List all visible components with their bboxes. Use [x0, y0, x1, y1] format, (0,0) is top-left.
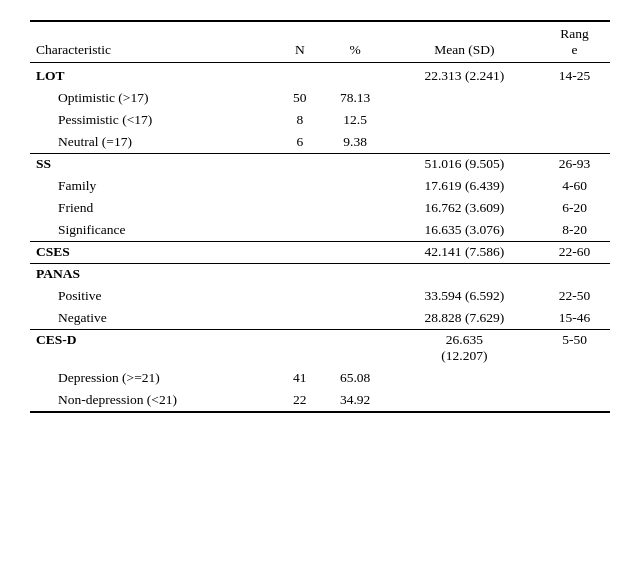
cell-range — [539, 389, 610, 412]
cell-n: 8 — [279, 109, 321, 131]
table-row: Friend16.762 (3.609)6-20 — [30, 197, 610, 219]
cell-mean-sd: 17.619 (6.439) — [390, 175, 540, 197]
col-header-percent: % — [321, 21, 390, 63]
cell-n: 41 — [279, 367, 321, 389]
cell-percent: 12.5 — [321, 109, 390, 131]
table-row: Negative28.828 (7.629)15-46 — [30, 307, 610, 330]
table-row: Neutral (=17)69.38 — [30, 131, 610, 154]
cell-mean-sd — [390, 264, 540, 286]
cell-range: 22-60 — [539, 242, 610, 264]
table-container: Characteristic N % Mean (SD) Range LOT22… — [30, 20, 610, 413]
cell-label: Non-depression (<21) — [30, 389, 279, 412]
cell-percent: 9.38 — [321, 131, 390, 154]
statistics-table: Characteristic N % Mean (SD) Range LOT22… — [30, 20, 610, 413]
table-row: Family17.619 (6.439)4-60 — [30, 175, 610, 197]
cell-range: 15-46 — [539, 307, 610, 330]
table-row: Significance16.635 (3.076)8-20 — [30, 219, 610, 242]
cell-range — [539, 131, 610, 154]
cell-mean-sd — [390, 131, 540, 154]
cell-mean-sd: 28.828 (7.629) — [390, 307, 540, 330]
cell-mean-sd — [390, 389, 540, 412]
cell-label: CES-D — [30, 330, 279, 368]
cell-percent — [321, 197, 390, 219]
cell-range: 4-60 — [539, 175, 610, 197]
cell-percent — [321, 307, 390, 330]
cell-n — [279, 175, 321, 197]
table-row: PANAS — [30, 264, 610, 286]
cell-label: Pessimistic (<17) — [30, 109, 279, 131]
cell-label: SS — [30, 154, 279, 176]
table-row: Non-depression (<21)2234.92 — [30, 389, 610, 412]
cell-n — [279, 154, 321, 176]
cell-mean-sd — [390, 87, 540, 109]
cell-range — [539, 367, 610, 389]
cell-percent — [321, 63, 390, 88]
cell-mean-sd: 26.635(12.207) — [390, 330, 540, 368]
col-header-n: N — [279, 21, 321, 63]
col-header-mean-sd: Mean (SD) — [390, 21, 540, 63]
cell-range: 8-20 — [539, 219, 610, 242]
cell-range: 5-50 — [539, 330, 610, 368]
cell-percent — [321, 264, 390, 286]
cell-n — [279, 307, 321, 330]
cell-label: Family — [30, 175, 279, 197]
cell-n — [279, 285, 321, 307]
col-header-range: Range — [539, 21, 610, 63]
table-row: Positive33.594 (6.592)22-50 — [30, 285, 610, 307]
cell-mean-sd — [390, 109, 540, 131]
table-row: Depression (>=21)4165.08 — [30, 367, 610, 389]
cell-range: 14-25 — [539, 63, 610, 88]
table-header-row: Characteristic N % Mean (SD) Range — [30, 21, 610, 63]
col-header-characteristic: Characteristic — [30, 21, 279, 63]
cell-range — [539, 264, 610, 286]
cell-n: 6 — [279, 131, 321, 154]
cell-n — [279, 330, 321, 368]
cell-percent — [321, 242, 390, 264]
cell-n — [279, 264, 321, 286]
cell-label: Significance — [30, 219, 279, 242]
cell-label: Negative — [30, 307, 279, 330]
cell-range: 22-50 — [539, 285, 610, 307]
cell-label: Neutral (=17) — [30, 131, 279, 154]
cell-n — [279, 63, 321, 88]
cell-percent — [321, 154, 390, 176]
cell-mean-sd: 16.635 (3.076) — [390, 219, 540, 242]
table-row: CSES42.141 (7.586)22-60 — [30, 242, 610, 264]
cell-mean-sd: 51.016 (9.505) — [390, 154, 540, 176]
cell-n — [279, 219, 321, 242]
cell-label: LOT — [30, 63, 279, 88]
cell-n — [279, 197, 321, 219]
cell-percent: 34.92 — [321, 389, 390, 412]
table-row: LOT22.313 (2.241)14-25 — [30, 63, 610, 88]
cell-n: 50 — [279, 87, 321, 109]
cell-range: 26-93 — [539, 154, 610, 176]
cell-n: 22 — [279, 389, 321, 412]
table-row: CES-D26.635(12.207)5-50 — [30, 330, 610, 368]
cell-mean-sd: 33.594 (6.592) — [390, 285, 540, 307]
cell-label: Optimistic (>17) — [30, 87, 279, 109]
cell-label: Depression (>=21) — [30, 367, 279, 389]
cell-percent: 65.08 — [321, 367, 390, 389]
cell-percent: 78.13 — [321, 87, 390, 109]
cell-label: Positive — [30, 285, 279, 307]
table-row: Optimistic (>17)5078.13 — [30, 87, 610, 109]
cell-mean-sd: 42.141 (7.586) — [390, 242, 540, 264]
cell-mean-sd: 16.762 (3.609) — [390, 197, 540, 219]
cell-percent — [321, 219, 390, 242]
cell-label: Friend — [30, 197, 279, 219]
cell-mean-sd: 22.313 (2.241) — [390, 63, 540, 88]
table-row: Pessimistic (<17)812.5 — [30, 109, 610, 131]
cell-percent — [321, 285, 390, 307]
cell-label: CSES — [30, 242, 279, 264]
cell-percent — [321, 175, 390, 197]
cell-range — [539, 87, 610, 109]
table-row: SS51.016 (9.505)26-93 — [30, 154, 610, 176]
cell-mean-sd — [390, 367, 540, 389]
cell-range: 6-20 — [539, 197, 610, 219]
cell-range — [539, 109, 610, 131]
cell-label: PANAS — [30, 264, 279, 286]
cell-n — [279, 242, 321, 264]
cell-percent — [321, 330, 390, 368]
